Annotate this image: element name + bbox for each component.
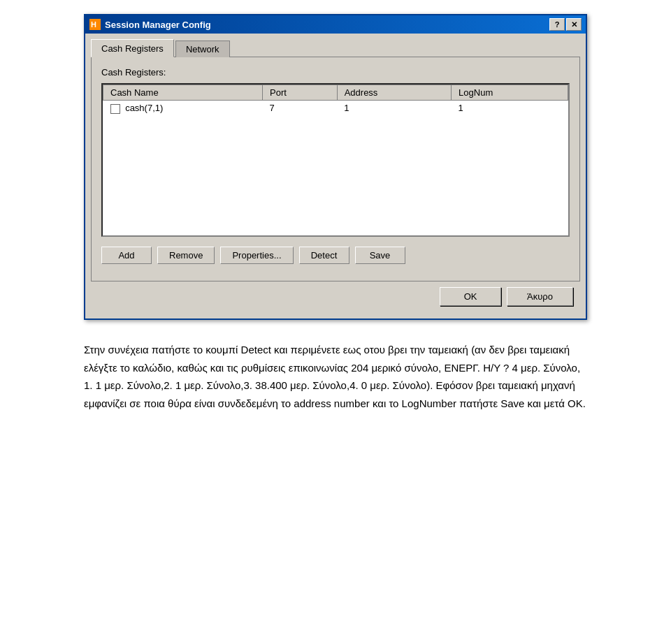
detect-button[interactable]: Detect (299, 247, 349, 264)
table-row[interactable]: cash(7,1) 7 1 1 (103, 101, 568, 116)
table-header-row: Cash Name Port Address LogNum (103, 85, 568, 101)
title-bar: H Session Manager Config ? ✕ (85, 15, 586, 34)
tab-cash-registers[interactable]: Cash Registers (91, 39, 174, 57)
cell-lognum: 1 (452, 101, 568, 116)
ok-cancel-row: OK Άκυρο (91, 281, 580, 313)
window-content: Cash Registers Network Cash Registers: C… (85, 34, 586, 319)
cell-port: 7 (262, 101, 337, 116)
window-title: Session Manager Config (105, 20, 211, 30)
help-button[interactable]: ? (549, 18, 565, 31)
remove-button[interactable]: Remove (157, 247, 215, 264)
section-label: Cash Registers: (101, 67, 570, 78)
tab-panel: Cash Registers: Cash Name Port Address L… (91, 57, 580, 281)
ok-button[interactable]: OK (440, 287, 501, 306)
cell-address: 1 (337, 101, 451, 116)
save-button[interactable]: Save (355, 247, 405, 264)
cell-name: cash(7,1) (103, 101, 263, 116)
row-icon (110, 104, 120, 114)
cancel-button[interactable]: Άκυρο (507, 287, 573, 306)
col-cash-name: Cash Name (103, 85, 263, 101)
cash-registers-table-container[interactable]: Cash Name Port Address LogNum cash(7,1) (101, 83, 570, 237)
cash-registers-table: Cash Name Port Address LogNum cash(7,1) (103, 85, 568, 116)
title-bar-controls: ? ✕ (549, 18, 582, 31)
session-manager-window: H Session Manager Config ? ✕ Cash Regist… (84, 14, 587, 320)
tab-network-label: Network (186, 44, 219, 54)
tab-network[interactable]: Network (175, 41, 230, 57)
col-port: Port (262, 85, 337, 101)
tab-bar: Cash Registers Network (91, 39, 580, 57)
app-icon: H (89, 19, 101, 30)
action-buttons-row: Add Remove Properties... Detect Save (101, 247, 570, 264)
description-text: Στην συνέχεια πατήστε το κουμπί Detect κ… (84, 341, 587, 412)
col-lognum: LogNum (452, 85, 568, 101)
tab-cash-registers-label: Cash Registers (101, 43, 164, 54)
title-bar-left: H Session Manager Config (89, 19, 211, 30)
add-button[interactable]: Add (101, 247, 152, 264)
properties-button[interactable]: Properties... (220, 247, 293, 264)
svg-text:H: H (91, 20, 96, 29)
col-address: Address (337, 85, 451, 101)
close-button[interactable]: ✕ (566, 18, 582, 31)
